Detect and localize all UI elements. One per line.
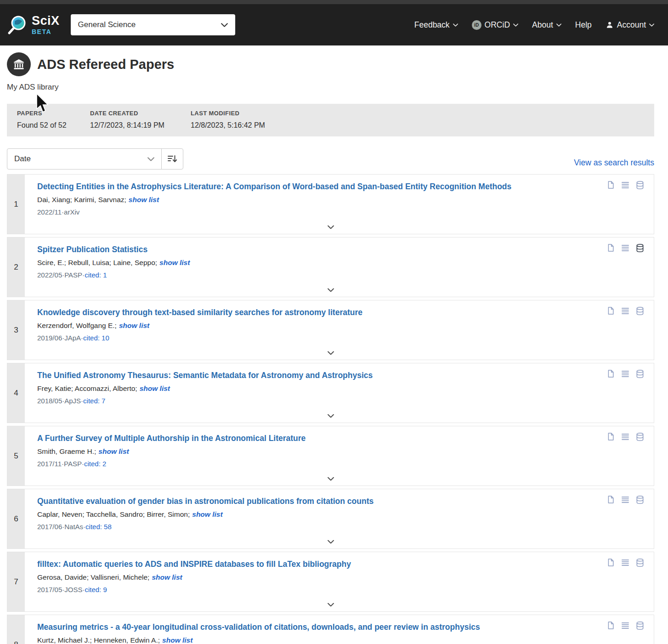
cited-link[interactable]: cited: 9 xyxy=(85,586,107,593)
paper-index: 4 xyxy=(7,363,25,423)
cited-link[interactable]: cited: 58 xyxy=(85,523,112,531)
paper-pub-info: 2017/06·NatAs· xyxy=(37,523,85,531)
abstract-document-icon[interactable] xyxy=(606,369,615,378)
paper-resource-icons xyxy=(606,369,645,378)
paper-row: 2 Spitzer Publication Statistics Scire, … xyxy=(7,237,654,297)
nav-orcid-label: ORCiD xyxy=(485,20,510,30)
show-list-link[interactable]: show list xyxy=(129,196,159,203)
meta-modified-value: 12/8/2023, 5:16:42 PM xyxy=(191,121,265,130)
data-products-icon[interactable] xyxy=(635,621,645,630)
meta-date-created: DATE CREATED 12/7/2023, 8:14:19 PM xyxy=(90,110,191,130)
nav-about[interactable]: About xyxy=(532,20,561,30)
page-title: ADS Refereed Papers xyxy=(37,57,174,72)
paper-index: 2 xyxy=(7,237,25,297)
top-navbar: SciX BETA General Science Feedback iD OR… xyxy=(0,4,668,45)
paper-pub-info: 2017/05·JOSS· xyxy=(37,586,85,593)
paper-index: 7 xyxy=(7,552,25,611)
paper-title-link[interactable]: The Unified Astronomy Thesaurus: Semanti… xyxy=(37,370,585,381)
paper-authors: Frey, Katie; Accomazzi, Alberto; xyxy=(37,384,137,392)
paper-authors: Kurtz, Michael J.; Henneken, Edwin A.; xyxy=(37,636,160,644)
collection-select-value: General Science xyxy=(78,20,136,29)
paper-authors: Gerosa, Davide; Vallisneri, Michele; xyxy=(37,573,149,581)
abstract-document-icon[interactable] xyxy=(606,306,615,316)
show-list-link[interactable]: show list xyxy=(98,447,129,455)
cited-link[interactable]: cited: 2 xyxy=(84,460,106,468)
paper-authors: Caplar, Neven; Tacchella, Sandro; Birrer… xyxy=(37,510,190,518)
paper-authors: Scire, E.; Rebull, Luisa; Laine, Seppo; xyxy=(37,259,157,266)
view-as-search-results-link[interactable]: View as search results xyxy=(574,158,654,168)
brand-name: SciX xyxy=(32,15,60,27)
abstract-document-icon[interactable] xyxy=(606,243,615,253)
paper-title-link[interactable]: Spitzer Publication Statistics xyxy=(37,244,585,255)
meta-papers-value: Found 52 of 52 xyxy=(17,121,90,130)
show-list-link[interactable]: show list xyxy=(159,259,190,266)
data-products-icon[interactable] xyxy=(635,369,645,378)
library-header: ADS Refereed Papers xyxy=(7,52,654,76)
nav-help[interactable]: Help xyxy=(575,20,592,30)
references-icon[interactable] xyxy=(621,181,630,190)
expand-row-chevron[interactable] xyxy=(321,600,341,609)
collection-select[interactable]: General Science xyxy=(71,14,235,35)
references-icon[interactable] xyxy=(621,621,630,630)
brand-beta-label: BETA xyxy=(32,28,60,35)
show-list-link[interactable]: show list xyxy=(119,322,149,329)
sort-select[interactable]: Date xyxy=(7,148,162,169)
references-icon[interactable] xyxy=(621,495,630,504)
expand-row-chevron[interactable] xyxy=(321,223,341,231)
main-content: ADS Refereed Papers My ADS library PAPER… xyxy=(0,52,668,644)
references-icon[interactable] xyxy=(621,558,630,567)
cited-link[interactable]: cited: 7 xyxy=(83,397,105,405)
data-products-icon[interactable] xyxy=(635,558,645,567)
cited-link[interactable]: cited: 10 xyxy=(83,334,109,342)
data-products-icon[interactable] xyxy=(635,181,645,190)
scix-logo[interactable]: SciX BETA xyxy=(6,14,60,35)
data-products-icon[interactable] xyxy=(635,432,645,441)
paper-index: 1 xyxy=(7,175,25,234)
expand-row-chevron[interactable] xyxy=(321,286,341,294)
meta-papers: PAPERS Found 52 of 52 xyxy=(17,110,90,130)
expand-row-chevron[interactable] xyxy=(321,412,341,420)
show-list-link[interactable]: show list xyxy=(162,636,192,644)
abstract-document-icon[interactable] xyxy=(606,495,615,504)
sort-toolbar: Date View as search results xyxy=(7,148,654,169)
expand-row-chevron[interactable] xyxy=(321,537,341,546)
paper-title-link[interactable]: Measuring metrics - a 40-year longitudin… xyxy=(37,622,585,633)
abstract-document-icon[interactable] xyxy=(606,558,615,567)
references-icon[interactable] xyxy=(621,432,630,441)
data-products-icon[interactable] xyxy=(635,306,645,316)
paper-title-link[interactable]: Knowledge discovery through text-based s… xyxy=(37,307,585,318)
paper-row: 1 Detecting Entities in the Astrophysics… xyxy=(7,174,654,234)
show-list-link[interactable]: show list xyxy=(140,384,170,392)
paper-title-link[interactable]: Detecting Entities in the Astrophysics L… xyxy=(37,181,585,192)
references-icon[interactable] xyxy=(621,369,630,378)
paper-title-link[interactable]: filltex: Automatic queries to ADS and IN… xyxy=(37,559,585,570)
nav-account[interactable]: Account xyxy=(606,20,654,30)
paper-pub-info: 2019/06·JApA· xyxy=(37,334,83,342)
nav-orcid[interactable]: iD ORCiD xyxy=(472,20,518,30)
window-top-strip xyxy=(0,0,668,4)
expand-row-chevron[interactable] xyxy=(321,475,341,483)
navbar-menu: Feedback iD ORCiD About Help Account xyxy=(414,20,654,30)
references-icon[interactable] xyxy=(621,306,630,316)
abstract-document-icon[interactable] xyxy=(606,621,615,630)
chevron-down-icon xyxy=(513,23,518,27)
expand-row-chevron[interactable] xyxy=(321,349,341,357)
show-list-link[interactable]: show list xyxy=(192,510,222,518)
meta-last-modified: LAST MODIFIED 12/8/2023, 5:16:42 PM xyxy=(191,110,265,130)
paper-pub-info: 2017/11·PASP· xyxy=(37,460,84,468)
nav-feedback[interactable]: Feedback xyxy=(414,20,458,30)
paper-index: 3 xyxy=(7,300,25,360)
references-icon[interactable] xyxy=(621,243,630,253)
paper-title-link[interactable]: Quantitative evaluation of gender bias i… xyxy=(37,496,585,507)
abstract-document-icon[interactable] xyxy=(606,181,615,190)
sort-direction-button[interactable] xyxy=(161,148,183,169)
show-list-link[interactable]: show list xyxy=(152,573,182,581)
orcid-icon: iD xyxy=(472,20,481,30)
paper-resource-icons xyxy=(606,432,645,441)
cited-link[interactable]: cited: 1 xyxy=(85,271,107,279)
nav-feedback-label: Feedback xyxy=(414,20,450,30)
paper-title-link[interactable]: A Further Survey of Multiple Authorship … xyxy=(37,433,585,444)
abstract-document-icon[interactable] xyxy=(606,432,615,441)
data-products-icon[interactable] xyxy=(635,243,645,253)
data-products-icon[interactable] xyxy=(635,495,645,504)
